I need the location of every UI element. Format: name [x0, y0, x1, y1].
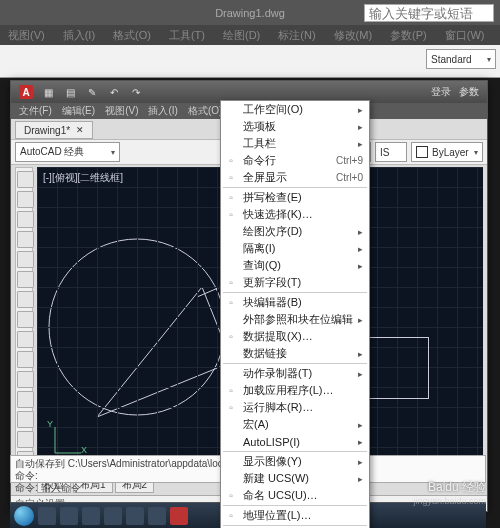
menu-item[interactable]: ▫快速选择(K)…	[221, 206, 369, 223]
tool-line[interactable]	[17, 171, 34, 188]
bg-menu-item[interactable]: 视图(V)	[8, 28, 45, 43]
menu-item[interactable]: 查询(Q)	[221, 257, 369, 274]
menu-item-label: 数据链接	[243, 346, 287, 361]
tool-offset[interactable]	[17, 431, 34, 448]
bg-search-input[interactable]	[364, 4, 494, 22]
menu-item[interactable]: ▫全屏显示Ctrl+0	[221, 169, 369, 186]
menu-item[interactable]: ▫加载应用程序(L)…	[221, 382, 369, 399]
start-orb[interactable]	[14, 506, 34, 526]
menu-item-label: 选项板	[243, 119, 276, 134]
menu-file[interactable]: 文件(F)	[19, 104, 52, 118]
document-tab[interactable]: Drawing1*✕	[15, 121, 93, 139]
taskbar-folder-icon[interactable]	[82, 507, 100, 525]
menu-item-label: 工作空间(O)	[243, 102, 303, 117]
menu-item[interactable]: 选项板	[221, 118, 369, 135]
menu-item[interactable]: AutoLISP(I)	[221, 433, 369, 450]
upd-icon: ▫	[224, 276, 238, 290]
abc-icon: ▫	[224, 191, 238, 205]
tool-circle[interactable]	[17, 211, 34, 228]
bg-menu-item[interactable]: 插入(I)	[63, 28, 95, 43]
menu-shortcut: Ctrl+0	[336, 172, 363, 183]
bg-toolbar: Standard▾	[0, 45, 500, 78]
tool-copy[interactable]	[17, 351, 34, 368]
menu-separator	[223, 363, 367, 364]
menu-separator	[223, 292, 367, 293]
taskbar-app-icon[interactable]	[126, 507, 144, 525]
menu-item-label: 拼写检查(E)	[243, 190, 302, 205]
menu-item[interactable]: 数据链接	[221, 345, 369, 362]
iso-label: IS	[380, 147, 389, 158]
document-tab-label: Drawing1*	[24, 125, 70, 136]
bg-menu-item[interactable]: 参数(P)	[390, 28, 427, 43]
menu-item[interactable]: ▫更新字段(T)	[221, 274, 369, 291]
taskbar-app-icon[interactable]	[104, 507, 122, 525]
taskbar-explorer-icon[interactable]	[38, 507, 56, 525]
ucs-x-label: X	[81, 445, 87, 455]
menu-edit[interactable]: 编辑(E)	[62, 104, 95, 118]
menu-item[interactable]: ▫数据提取(X)…	[221, 328, 369, 345]
menu-item[interactable]: ▫拼写检查(E)	[221, 189, 369, 206]
tool-rect[interactable]	[17, 251, 34, 268]
taskbar-ie-icon[interactable]	[60, 507, 78, 525]
tool-dim[interactable]	[17, 311, 34, 328]
left-tool-palette	[15, 167, 33, 475]
tool-arc[interactable]	[17, 231, 34, 248]
layer-dropdown[interactable]: ByLayer▾	[411, 142, 483, 162]
menu-separator	[223, 451, 367, 452]
app-logo-icon[interactable]: A	[19, 85, 33, 99]
tool-hatch[interactable]	[17, 271, 34, 288]
tool-move[interactable]	[17, 331, 34, 348]
open-icon[interactable]: ▤	[63, 85, 77, 99]
menu-item-label: 块编辑器(B)	[243, 295, 302, 310]
taskbar-app-icon[interactable]	[148, 507, 166, 525]
workspace-label: AutoCAD 经典	[20, 145, 84, 159]
bg-menu-item[interactable]: 格式(O)	[113, 28, 151, 43]
menu-item[interactable]: 显示图像(Y)	[221, 453, 369, 470]
menu-item[interactable]: ▫块编辑器(B)	[221, 294, 369, 311]
watermark-logo: Baidu 经验	[428, 479, 486, 496]
menu-item[interactable]: ▫地理位置(L)…	[221, 507, 369, 524]
ucs-icon: ▫	[224, 489, 238, 503]
viewport-label: [-][俯视][二维线框]	[43, 171, 123, 185]
bg-style-dropdown[interactable]: Standard▾	[426, 49, 496, 69]
menu-item[interactable]: ▫运行脚本(R)…	[221, 399, 369, 416]
menu-item[interactable]: 外部参照和块在位编辑	[221, 311, 369, 328]
tool-polyline[interactable]	[17, 191, 34, 208]
menu-format[interactable]: 格式(O)	[188, 104, 222, 118]
bg-menu-item[interactable]: 修改(M)	[334, 28, 373, 43]
undo-icon[interactable]: ↶	[107, 85, 121, 99]
menu-item[interactable]: ▫命令行Ctrl+9	[221, 152, 369, 169]
menu-item[interactable]: ▫命名 UCS(U)…	[221, 487, 369, 504]
menu-separator	[223, 187, 367, 188]
tool-scale[interactable]	[17, 391, 34, 408]
iso-dropdown[interactable]: IS	[375, 142, 407, 162]
menu-item[interactable]: 工作空间(O)	[221, 101, 369, 118]
tool-rotate[interactable]	[17, 371, 34, 388]
menu-item[interactable]: 动作录制器(T)	[221, 365, 369, 382]
menu-item[interactable]: 工具栏	[221, 135, 369, 152]
tool-text[interactable]	[17, 291, 34, 308]
bg-menu-item[interactable]: 窗口(W)	[445, 28, 485, 43]
redo-icon[interactable]: ↷	[129, 85, 143, 99]
menu-view[interactable]: 视图(V)	[105, 104, 138, 118]
title-login[interactable]: 登录	[431, 85, 451, 99]
tool-trim[interactable]	[17, 411, 34, 428]
menu-item[interactable]: 绘图次序(D)	[221, 223, 369, 240]
save-icon[interactable]: ✎	[85, 85, 99, 99]
title-param[interactable]: 参数	[459, 85, 479, 99]
bg-menu-item[interactable]: 标注(N)	[278, 28, 315, 43]
app-icon: ▫	[224, 384, 238, 398]
new-icon[interactable]: ▦	[41, 85, 55, 99]
menu-insert[interactable]: 插入(I)	[148, 104, 177, 118]
menu-item[interactable]: 宏(A)	[221, 416, 369, 433]
scr-icon: ▫	[224, 401, 238, 415]
workspace-dropdown[interactable]: AutoCAD 经典▾	[15, 142, 120, 162]
data-icon: ▫	[224, 330, 238, 344]
menu-item-label: 地理位置(L)…	[243, 508, 311, 523]
cmd-icon: ▫	[224, 154, 238, 168]
menu-item[interactable]: 新建 UCS(W)	[221, 470, 369, 487]
taskbar-autocad-icon[interactable]	[170, 507, 188, 525]
menu-item[interactable]: 隔离(I)	[221, 240, 369, 257]
bg-menu-item[interactable]: 绘图(D)	[223, 28, 260, 43]
bg-menu-item[interactable]: 工具(T)	[169, 28, 205, 43]
